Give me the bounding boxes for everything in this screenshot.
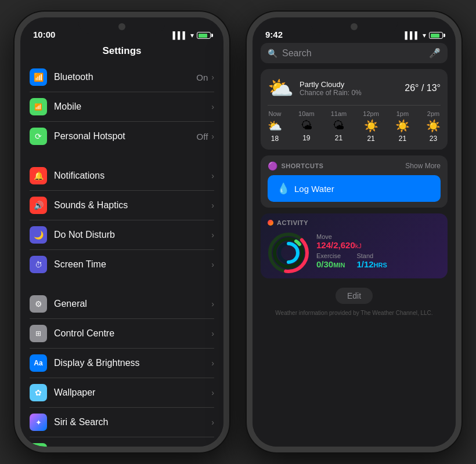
activity-rings-svg bbox=[268, 232, 309, 274]
wifi-icon: ▾ bbox=[190, 31, 194, 39]
right-phone: 9:42 ▌▌▌ ▾ 🔍 Search 🎤 ⛅ Pa bbox=[247, 12, 461, 452]
display-chevron: › bbox=[211, 358, 214, 368]
bluetooth-label: Bluetooth bbox=[54, 72, 196, 82]
mobile-chevron: › bbox=[211, 102, 214, 111]
right-battery-fill bbox=[431, 34, 439, 38]
bluetooth-chevron: › bbox=[211, 72, 214, 82]
exercise-stat: Exercise 0/30MIN bbox=[316, 252, 345, 269]
notifications-label: Notifications bbox=[54, 171, 211, 181]
search-bar[interactable]: 🔍 Search 🎤 bbox=[261, 43, 448, 63]
notifications-chevron: › bbox=[211, 171, 214, 180]
sounds-chevron: › bbox=[211, 201, 214, 210]
battery-fill bbox=[199, 34, 207, 38]
weather-hour-10: 10am 🌤 19 bbox=[298, 110, 315, 143]
left-phone: 10:00 ▌▌▌ ▾ Settings 📶 Bluetooth On › bbox=[15, 12, 229, 452]
weather-lo: 13° bbox=[427, 83, 441, 93]
stand-stat: Stand 1/12HRS bbox=[356, 252, 387, 269]
weather-info: Partly Cloudy Chance of Rain: 0% bbox=[294, 80, 405, 97]
settings-group-notifications: 🔔 Notifications › 🔊 Sounds & Haptics › 🌙… bbox=[30, 161, 214, 279]
divider-2 bbox=[30, 285, 214, 289]
stand-value: 1/12HRS bbox=[356, 259, 387, 269]
settings-item-controlcentre[interactable]: ⊞ Control Centre › bbox=[30, 319, 214, 349]
weather-timeline: Now ⛅ 18 10am 🌤 19 11am 🌤 21 bbox=[268, 105, 441, 143]
mobile-label: Mobile bbox=[54, 102, 208, 112]
settings-group-general: ⚙ General › ⊞ Control Centre › Aa Displa… bbox=[30, 289, 214, 447]
weather-credit: Weather information provided by The Weat… bbox=[253, 307, 456, 318]
weather-hour-now: Now ⛅ 18 bbox=[268, 110, 282, 143]
settings-item-display[interactable]: Aa Display & Brightness › bbox=[30, 349, 214, 378]
settings-item-bluetooth[interactable]: 📶 Bluetooth On › bbox=[30, 63, 214, 92]
activity-stats: Move 124/2,620kJ Exercise 0/30MIN bbox=[316, 233, 441, 271]
left-status-icons: ▌▌▌ ▾ bbox=[172, 31, 211, 39]
settings-item-faceid[interactable]: 👤 Face ID & Passcode › bbox=[30, 437, 214, 447]
shortcuts-widget: 🟣 SHORTCUTS Show More 💧 Log Water bbox=[261, 155, 448, 208]
notifications-icon: 🔔 bbox=[30, 167, 47, 184]
activity-header: ACTIVITY bbox=[268, 219, 441, 226]
move-stat: Move 124/2,620kJ bbox=[316, 233, 441, 250]
weather-hour-12: 12pm ☀️ 21 bbox=[363, 110, 379, 143]
weather-condition: Partly Cloudy bbox=[300, 80, 405, 89]
dnd-icon: 🌙 bbox=[30, 226, 47, 244]
display-label: Display & Brightness bbox=[54, 358, 211, 368]
move-label: Move bbox=[316, 233, 441, 240]
weather-main-icon: ⛅ bbox=[268, 76, 294, 100]
exercise-stand-stats: Exercise 0/30MIN Stand 1/12HRS bbox=[316, 252, 441, 271]
screentime-chevron: › bbox=[211, 260, 214, 269]
bluetooth-icon: 📶 bbox=[30, 68, 47, 86]
settings-item-general[interactable]: ⚙ General › bbox=[30, 289, 214, 319]
weather-hour-2pm: 2pm ☀️ 23 bbox=[426, 110, 441, 143]
scene: 10:00 ▌▌▌ ▾ Settings 📶 Bluetooth On › bbox=[0, 0, 476, 464]
battery-icon bbox=[197, 32, 211, 39]
settings-group-connectivity: 📶 Bluetooth On › 📶 Mobile › ⟳ Personal H… bbox=[30, 63, 214, 151]
shortcuts-show-more[interactable]: Show More bbox=[405, 162, 441, 170]
shortcuts-title: 🟣 SHORTCUTS bbox=[268, 161, 323, 171]
general-icon: ⚙ bbox=[30, 295, 47, 313]
settings-item-siri[interactable]: ✦ Siri & Search › bbox=[30, 408, 214, 437]
hotspot-icon: ⟳ bbox=[30, 128, 47, 145]
general-chevron: › bbox=[211, 299, 214, 309]
siri-icon: ✦ bbox=[30, 414, 47, 431]
settings-item-mobile[interactable]: 📶 Mobile › bbox=[30, 92, 214, 122]
settings-item-wallpaper[interactable]: ✿ Wallpaper › bbox=[30, 378, 214, 408]
left-status-bar: 10:00 ▌▌▌ ▾ bbox=[20, 17, 223, 43]
divider-1 bbox=[30, 157, 214, 161]
activity-rings bbox=[268, 232, 308, 273]
exercise-value: 0/30MIN bbox=[316, 259, 345, 269]
weather-hour-1pm: 1pm ☀️ 21 bbox=[395, 110, 410, 143]
shortcuts-title-label: SHORTCUTS bbox=[282, 162, 324, 169]
settings-item-dnd[interactable]: 🌙 Do Not Disturb › bbox=[30, 220, 214, 250]
left-time: 10:00 bbox=[33, 30, 55, 39]
weather-temps: 26° / 13° bbox=[405, 83, 441, 93]
shortcuts-header: 🟣 SHORTCUTS Show More bbox=[268, 161, 441, 171]
search-screen: 🔍 Search 🎤 ⛅ Partly Cloudy Chance of Rai… bbox=[253, 43, 456, 447]
controlcentre-label: Control Centre bbox=[54, 328, 211, 339]
dnd-label: Do Not Disturb bbox=[54, 230, 211, 240]
screentime-label: Screen Time bbox=[54, 259, 211, 270]
wallpaper-icon: ✿ bbox=[30, 384, 47, 401]
log-water-button[interactable]: 💧 Log Water bbox=[268, 175, 441, 202]
settings-item-screentime[interactable]: ⏱ Screen Time › bbox=[30, 250, 214, 279]
mic-icon[interactable]: 🎤 bbox=[429, 48, 441, 59]
search-input[interactable]: Search bbox=[282, 48, 424, 59]
edit-button[interactable]: Edit bbox=[336, 288, 373, 304]
weather-widget[interactable]: ⛅ Partly Cloudy Chance of Rain: 0% 26° /… bbox=[261, 69, 448, 150]
settings-list: 📶 Bluetooth On › 📶 Mobile › ⟳ Personal H… bbox=[20, 63, 223, 447]
signal-icon: ▌▌▌ bbox=[172, 31, 187, 39]
siri-chevron: › bbox=[211, 418, 214, 427]
siri-label: Siri & Search bbox=[54, 417, 211, 427]
right-wifi-icon: ▾ bbox=[423, 31, 426, 39]
display-icon: Aa bbox=[30, 354, 47, 372]
weather-hour-11: 11am 🌤 21 bbox=[331, 110, 347, 143]
weather-hi-lo: 26° / 13° bbox=[405, 83, 441, 93]
faceid-icon: 👤 bbox=[30, 443, 47, 447]
log-water-icon: 💧 bbox=[277, 182, 290, 195]
weather-hi: 26° bbox=[405, 83, 419, 93]
settings-item-sounds[interactable]: 🔊 Sounds & Haptics › bbox=[30, 191, 214, 220]
settings-screen: Settings 📶 Bluetooth On › 📶 Mobile › bbox=[20, 43, 223, 447]
controlcentre-chevron: › bbox=[211, 329, 214, 338]
stand-label: Stand bbox=[356, 252, 387, 259]
settings-item-hotspot[interactable]: ⟳ Personal Hotspot Off › bbox=[30, 122, 214, 151]
dnd-chevron: › bbox=[211, 230, 214, 240]
settings-item-notifications[interactable]: 🔔 Notifications › bbox=[30, 161, 214, 191]
sounds-label: Sounds & Haptics bbox=[54, 200, 211, 211]
